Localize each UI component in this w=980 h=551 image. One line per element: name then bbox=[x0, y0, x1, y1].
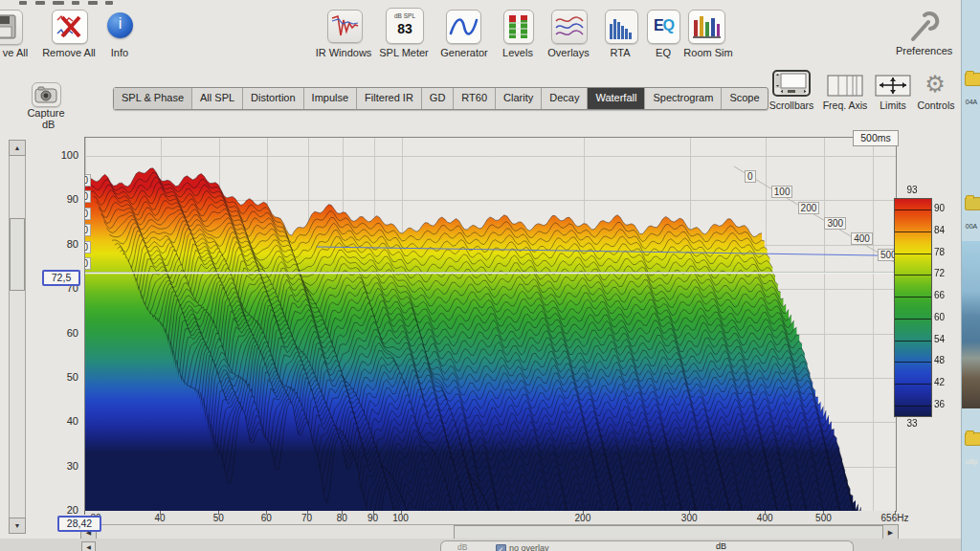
horizontal-scroll-thumb[interactable] bbox=[454, 525, 884, 540]
levels-button[interactable] bbox=[503, 10, 534, 44]
legend-tick-mark bbox=[895, 341, 931, 342]
desktop-folder-label: 00A bbox=[962, 223, 980, 230]
time-diagonal-label: 200 bbox=[798, 202, 820, 214]
spl-meter-icon-value: 83 bbox=[387, 21, 423, 36]
legend-tick-mark bbox=[895, 362, 931, 363]
color-scale-legend bbox=[894, 198, 932, 417]
scroll-down-button[interactable]: ▼ bbox=[9, 518, 26, 534]
scrollbars-button[interactable] bbox=[771, 70, 812, 97]
freq-tick-mark bbox=[689, 511, 690, 515]
freq-tick-mark bbox=[401, 511, 402, 515]
overlays-button[interactable] bbox=[551, 10, 588, 44]
tab-waterfall[interactable]: Waterfall bbox=[588, 88, 645, 109]
legend-tick-label: 54 bbox=[934, 334, 957, 344]
info-button[interactable]: i bbox=[107, 12, 133, 38]
tab-spectrogram[interactable]: Spectrogram bbox=[645, 88, 722, 109]
freq-axis-button[interactable] bbox=[827, 75, 863, 97]
preferences-button[interactable] bbox=[905, 8, 942, 44]
limits-label: Limits bbox=[871, 99, 915, 111]
tab-clarity[interactable]: Clarity bbox=[496, 88, 542, 109]
vertical-scroll-thumb[interactable] bbox=[10, 218, 25, 291]
spl-meter-button[interactable]: dB SPL 83 bbox=[386, 8, 424, 44]
desktop-folder-icon[interactable] bbox=[965, 432, 980, 446]
freq-tick-mark bbox=[765, 511, 766, 515]
time-diagonal-label: 100 bbox=[771, 186, 793, 198]
spl-meter-label: SPL Meter bbox=[375, 47, 433, 58]
db-tick-label: 40 bbox=[44, 415, 78, 427]
db-tick-label: 50 bbox=[44, 371, 78, 383]
scroll-up-button[interactable]: ▲ bbox=[9, 140, 26, 156]
db-tick-label: 100 bbox=[44, 149, 78, 161]
tab-distortion[interactable]: Distortion bbox=[243, 88, 303, 109]
overlays-label: Overlays bbox=[540, 47, 597, 58]
freq-tick-mark bbox=[307, 511, 308, 515]
freq-tick-mark bbox=[218, 511, 219, 515]
remove-all-button[interactable] bbox=[52, 10, 88, 44]
legend-min-label: 33 bbox=[894, 418, 930, 429]
freq-cursor-readout: 28,42 bbox=[57, 516, 101, 532]
tab-all-spl[interactable]: All SPL bbox=[192, 88, 243, 109]
graph-tab-bar: SPL & PhaseAll SPLDistortionImpulseFilte… bbox=[113, 87, 768, 110]
time-window-box: 500ms bbox=[853, 130, 899, 146]
rta-label: RTA bbox=[600, 47, 640, 58]
legend-tick-label: 48 bbox=[934, 355, 957, 365]
legend-tick-label: 84 bbox=[934, 225, 957, 235]
desktop-folder-icon[interactable] bbox=[965, 197, 980, 210]
tab-decay[interactable]: Decay bbox=[542, 88, 588, 109]
legend-tick-label: 60 bbox=[934, 312, 957, 322]
capture-label: Capture bbox=[23, 107, 69, 119]
rta-button[interactable] bbox=[605, 10, 638, 44]
behind-scroll-left-button[interactable]: ◀ bbox=[81, 541, 96, 551]
generator-label: Generator bbox=[433, 47, 496, 58]
ir-windows-label: IR Windows bbox=[311, 47, 376, 58]
db-tick-label: 60 bbox=[44, 327, 78, 339]
generator-button[interactable] bbox=[446, 10, 481, 44]
ir-windows-button[interactable] bbox=[327, 10, 363, 43]
capture-button[interactable] bbox=[32, 82, 61, 107]
db-cursor-readout: 72,5 bbox=[42, 270, 80, 286]
scrollbars-icon bbox=[771, 83, 812, 99]
info-icon: i bbox=[107, 15, 133, 33]
waterfall-plot-area[interactable]: 00100100200200300300400400500500 bbox=[84, 137, 897, 512]
tab-filtered-ir[interactable]: Filtered IR bbox=[357, 88, 422, 109]
tab-gd[interactable]: GD bbox=[422, 88, 455, 109]
limits-button[interactable] bbox=[875, 75, 911, 97]
tab-impulse[interactable]: Impulse bbox=[304, 88, 358, 109]
time-left-label: 0 bbox=[84, 174, 91, 187]
freq-tick-mark bbox=[895, 511, 896, 515]
no-overlay-checkbox[interactable]: ✓ bbox=[496, 544, 506, 551]
behind-db-label: dB bbox=[716, 541, 726, 551]
time-left-label: 400 bbox=[84, 241, 91, 253]
freq-axis-icon bbox=[827, 83, 863, 99]
beach-wallpaper bbox=[962, 241, 980, 408]
save-all-button[interactable] bbox=[0, 10, 23, 45]
limits-icon bbox=[875, 83, 911, 99]
desktop-edge: 04A 00A uBp bbox=[961, 0, 980, 551]
legend-tick-mark bbox=[895, 297, 931, 298]
tab-spl-phase[interactable]: SPL & Phase bbox=[114, 88, 192, 109]
tab-scope[interactable]: Scope bbox=[722, 88, 767, 109]
tab-rt60[interactable]: RT60 bbox=[454, 88, 496, 109]
legend-tick-mark bbox=[895, 384, 931, 385]
legend-tick-label: 72 bbox=[934, 268, 957, 278]
freq-tick-mark bbox=[266, 511, 267, 515]
room-sim-button[interactable] bbox=[688, 10, 725, 44]
time-left-label: 200 bbox=[84, 208, 91, 220]
no-overlay-label: no overlay bbox=[509, 543, 549, 551]
db-tick-label: 20 bbox=[44, 504, 78, 516]
freq-tick-mark bbox=[373, 511, 374, 515]
time-diagonal-label: 300 bbox=[824, 217, 846, 230]
legend-tick-mark bbox=[895, 406, 931, 407]
controls-button[interactable]: ⚙ bbox=[921, 71, 949, 98]
eq-icon: EQ bbox=[648, 17, 679, 34]
freq-tick-mark bbox=[84, 511, 85, 515]
eq-button[interactable]: EQ bbox=[647, 10, 680, 44]
time-left-label: 500 bbox=[84, 257, 91, 270]
eq-label: EQ bbox=[649, 47, 678, 58]
legend-max-label: 93 bbox=[894, 185, 930, 195]
desktop-folder-icon[interactable] bbox=[965, 73, 980, 86]
legend-tick-label: 90 bbox=[934, 203, 957, 213]
db-axis-title: dB bbox=[42, 119, 55, 130]
db-tick-label: 90 bbox=[44, 193, 78, 205]
behind-db-small-label: dB bbox=[457, 542, 467, 551]
